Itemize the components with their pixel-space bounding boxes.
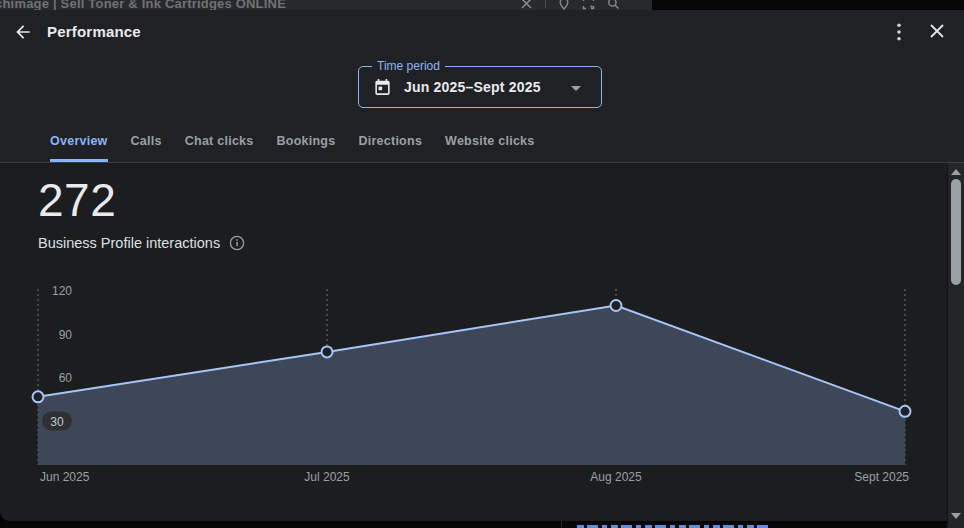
location-pin-icon[interactable] (558, 0, 570, 10)
x-tick-label: Aug 2025 (590, 470, 642, 484)
x-tick-label: Sept 2025 (854, 470, 909, 484)
background-dark-area (652, 0, 964, 10)
time-period-select[interactable]: Time period Jun 2025–Sept 2025 (358, 66, 602, 108)
dialog-header: Performance (0, 10, 964, 56)
tab-website-clicks[interactable]: Website clicks (445, 128, 534, 162)
scroll-up-arrow-icon[interactable] (951, 169, 961, 175)
page-title: Performance (47, 23, 141, 40)
close-icon[interactable] (520, 0, 533, 10)
search-icon[interactable] (607, 0, 620, 10)
tab-calls[interactable]: Calls (131, 128, 162, 162)
divider (561, 521, 562, 528)
data-point[interactable] (33, 391, 44, 402)
data-point[interactable] (611, 300, 622, 311)
background-bottom-area (0, 521, 947, 528)
vertical-scrollbar[interactable] (947, 163, 964, 528)
metric-value: 272 (38, 173, 116, 227)
performance-dialog: Performance Time period Jun 2025–Sept 20… (0, 10, 964, 521)
y-tick-label: 30 (50, 415, 64, 429)
overflow-menu-icon[interactable] (890, 21, 908, 43)
y-tick-label: 90 (59, 328, 73, 342)
tab-bar: OverviewCallsChat clicksBookingsDirectio… (50, 128, 535, 162)
tab-overview[interactable]: Overview (50, 128, 108, 162)
divider (545, 0, 546, 8)
overview-panel: 272 Business Profile interactions 306090… (0, 163, 947, 521)
tab-chat-clicks[interactable]: Chat clicks (185, 128, 254, 162)
info-icon[interactable] (229, 235, 245, 251)
calendar-icon (373, 77, 392, 97)
scroll-down-arrow-icon[interactable] (951, 513, 961, 519)
frame-scan-icon[interactable] (582, 0, 595, 10)
time-period-label: Time period (372, 59, 445, 73)
chart-svg: 306090120Jun 2025Jul 2025Aug 2025Sept 20… (38, 285, 946, 495)
tab-bookings[interactable]: Bookings (277, 128, 336, 162)
scrollbar-thumb[interactable] (951, 179, 961, 285)
y-tick-label: 60 (59, 371, 73, 385)
x-tick-label: Jun 2025 (40, 470, 90, 484)
back-arrow-icon[interactable] (13, 22, 33, 42)
x-tick-label: Jul 2025 (304, 470, 350, 484)
close-icon[interactable] (927, 21, 947, 41)
metric-label: Business Profile interactions (38, 235, 220, 251)
dropdown-caret-icon (571, 86, 581, 91)
tab-directions[interactable]: Directions (358, 128, 422, 162)
interactions-chart: 306090120Jun 2025Jul 2025Aug 2025Sept 20… (38, 285, 946, 495)
y-tick-label: 120 (52, 284, 72, 298)
background-titlebar: chimage | Sell Toner & Ink Cartridges ON… (0, 0, 964, 10)
time-period-value: Jun 2025–Sept 2025 (404, 79, 541, 95)
data-point[interactable] (900, 406, 911, 417)
background-page-title: chimage | Sell Toner & Ink Cartridges ON… (0, 0, 286, 10)
data-point[interactable] (322, 346, 333, 357)
